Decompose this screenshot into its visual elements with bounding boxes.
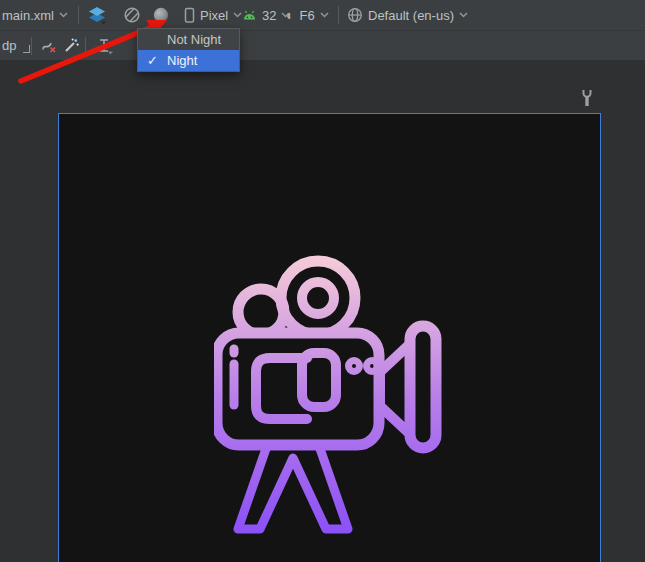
chevron-down-icon <box>459 12 468 18</box>
configuration-button[interactable] <box>580 88 594 112</box>
menu-item-night[interactable]: ✓ Night <box>138 50 239 71</box>
device-preview-canvas[interactable] <box>58 113 601 562</box>
theme-name: F6 <box>299 8 314 23</box>
layers-icon <box>86 4 108 26</box>
circle-slash-icon <box>123 6 141 24</box>
locale-name: Default (en-us) <box>368 8 454 23</box>
wrench-icon <box>580 88 594 108</box>
globe-icon <box>347 7 363 23</box>
device-name: Pixel <box>200 8 228 23</box>
night-mode-menu: Not Night ✓ Night <box>137 28 240 72</box>
toolbar-separator <box>85 37 86 55</box>
menu-item-not-night[interactable]: Not Night <box>138 29 239 50</box>
android-icon <box>242 9 257 21</box>
menu-item-label: Night <box>167 53 197 68</box>
chevron-down-icon <box>320 12 329 18</box>
theme-selector[interactable]: ◐ F6 <box>286 0 329 30</box>
api-level-selector[interactable]: 32 <box>242 0 290 30</box>
design-surface-mode-button[interactable] <box>85 0 109 30</box>
chevron-down-icon <box>59 12 68 18</box>
infer-constraints-button[interactable] <box>61 31 81 60</box>
margin-value: dp <box>2 38 16 53</box>
locale-selector[interactable]: Default (en-us) <box>347 0 468 30</box>
phone-icon <box>184 7 195 24</box>
theme-icon: ◐ <box>286 0 294 30</box>
file-name: main.xml <box>2 8 54 23</box>
default-margin-control[interactable]: dp <box>2 31 30 60</box>
margins-selector[interactable] <box>93 31 117 60</box>
api-level: 32 <box>262 8 276 23</box>
night-mode-button[interactable] <box>149 0 173 30</box>
video-camera-illustration <box>214 254 444 539</box>
chevron-down-icon <box>233 12 242 18</box>
constraint-toolbar: dp <box>0 31 645 61</box>
layout-editor: main.xml <box>0 0 645 562</box>
margin-bracket-mark <box>23 45 30 53</box>
toolbar-separator <box>31 37 32 55</box>
clear-constraints-icon <box>41 38 57 54</box>
menu-item-label: Not Night <box>167 32 221 47</box>
night-mode-icon <box>152 6 170 24</box>
i-beam-margin-icon <box>97 37 114 55</box>
magic-wand-icon <box>63 37 80 54</box>
checkmark-icon: ✓ <box>147 50 163 71</box>
clear-constraints-button[interactable] <box>39 31 59 60</box>
design-toolbar: main.xml <box>0 0 645 31</box>
orientation-button[interactable] <box>120 0 144 30</box>
file-selector[interactable]: main.xml <box>2 0 68 30</box>
device-selector[interactable]: Pixel <box>184 0 242 30</box>
toolbar-separator <box>338 6 339 24</box>
toolbar-separator <box>78 6 79 24</box>
design-surface[interactable] <box>0 60 645 562</box>
